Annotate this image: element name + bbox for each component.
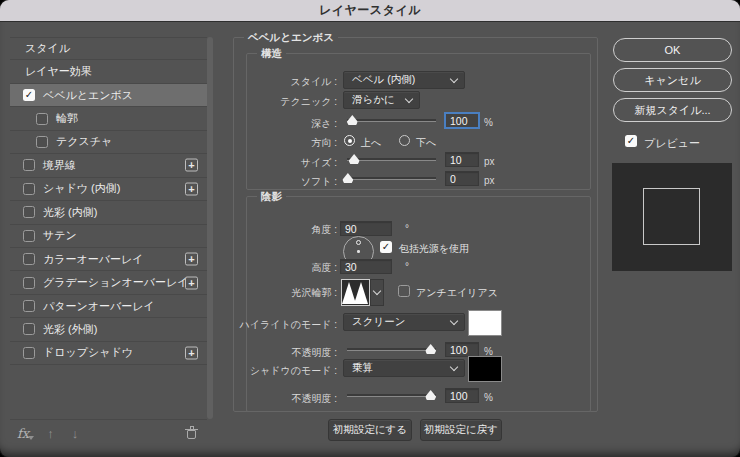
reset-default-label: 初期設定に戻す bbox=[424, 423, 498, 437]
sidebar-item-inner-glow[interactable]: 光彩 (内側) bbox=[10, 201, 207, 224]
checkbox-unchecked-icon[interactable] bbox=[23, 230, 35, 242]
altitude-label: 高度 : bbox=[311, 261, 337, 275]
angle-dial-knob[interactable] bbox=[356, 240, 361, 245]
direction-down-radio[interactable] bbox=[399, 135, 410, 146]
sidebar-item-stroke[interactable]: 境界線 + bbox=[10, 154, 207, 177]
antialias-checkbox[interactable] bbox=[398, 285, 410, 297]
add-effect-button[interactable]: + bbox=[185, 276, 198, 289]
direction-down-label: 下へ bbox=[416, 136, 436, 150]
checkbox-unchecked-icon[interactable] bbox=[23, 253, 35, 265]
set-default-button[interactable]: 初期設定にする bbox=[328, 419, 412, 441]
style-select[interactable]: ベベル (内側) bbox=[343, 71, 465, 89]
checkbox-checked-icon[interactable]: ✓ bbox=[23, 89, 35, 101]
sidebar-item-outer-glow[interactable]: 光彩 (外側) bbox=[10, 318, 207, 341]
technique-select[interactable]: 滑らかに bbox=[343, 91, 420, 109]
sidebar-item-pattern-overlay[interactable]: パターンオーバーレイ bbox=[10, 295, 207, 318]
use-global-light-checkbox[interactable]: ✓ bbox=[380, 241, 392, 253]
gloss-contour-thumbnail[interactable] bbox=[341, 279, 370, 306]
antialias-label: アンチエイリアス bbox=[416, 286, 498, 300]
checkbox-unchecked-icon[interactable] bbox=[36, 113, 48, 125]
contour-curve-icon bbox=[342, 280, 369, 305]
technique-select-value: 滑らかに bbox=[344, 93, 395, 107]
gloss-contour-picker[interactable] bbox=[370, 279, 384, 306]
checkbox-unchecked-icon[interactable] bbox=[23, 347, 35, 359]
highlight-mode-select[interactable]: スクリーン bbox=[343, 313, 465, 331]
depth-slider[interactable] bbox=[347, 115, 436, 126]
highlight-color-swatch[interactable] bbox=[468, 310, 502, 336]
checkbox-unchecked-icon[interactable] bbox=[36, 136, 48, 148]
bevel-emboss-panel: ベベルとエンボス 構造 スタイル : ベベル (内側) テクニック : 滑らかに… bbox=[233, 37, 598, 412]
depth-label: 深さ : bbox=[311, 117, 337, 131]
depth-input[interactable] bbox=[445, 113, 479, 128]
move-effect-down-icon[interactable]: ↓ bbox=[72, 426, 79, 441]
shadow-color-swatch[interactable] bbox=[468, 356, 502, 382]
sidebar-item-texture[interactable]: テクスチャ bbox=[10, 131, 207, 154]
set-default-label: 初期設定にする bbox=[333, 423, 407, 437]
sidebar-item-satin[interactable]: サテン bbox=[10, 225, 207, 248]
shadow-opacity-label: 不透明度 : bbox=[291, 392, 337, 406]
shadow-opacity-input[interactable] bbox=[445, 388, 479, 403]
sidebar-item-bevel-emboss[interactable]: ✓ ベベルとエンボス bbox=[10, 84, 207, 107]
sidebar-item-contour[interactable]: 輪郭 bbox=[10, 107, 207, 130]
altitude-input[interactable] bbox=[340, 259, 392, 274]
highlight-opacity-slider[interactable] bbox=[347, 344, 436, 355]
shadow-mode-select[interactable]: 乗算 bbox=[343, 359, 465, 377]
cancel-button[interactable]: キャンセル bbox=[613, 68, 732, 92]
new-style-button[interactable]: 新規スタイル... bbox=[613, 98, 732, 122]
use-global-light-label: 包括光源を使用 bbox=[399, 242, 469, 256]
reset-default-button[interactable]: 初期設定に戻す bbox=[420, 419, 502, 441]
soften-slider[interactable] bbox=[347, 173, 436, 184]
chevron-down-icon bbox=[373, 287, 381, 295]
highlight-mode-value: スクリーン bbox=[344, 315, 405, 329]
panel-title: ベベルとエンボス bbox=[244, 31, 338, 45]
preview-layer-square bbox=[643, 188, 700, 245]
chevron-down-icon bbox=[450, 316, 458, 324]
size-slider[interactable] bbox=[347, 154, 436, 165]
checkbox-unchecked-icon[interactable] bbox=[23, 206, 35, 218]
titlebar[interactable]: レイヤースタイル bbox=[0, 0, 740, 22]
sidebar-scrollbar[interactable] bbox=[207, 37, 213, 419]
shadow-opacity-unit: % bbox=[484, 392, 493, 403]
add-effect-button[interactable]: + bbox=[185, 346, 198, 359]
soften-label: ソフト : bbox=[301, 175, 337, 189]
checkbox-unchecked-icon[interactable] bbox=[23, 159, 35, 171]
sidebar-item-inner-shadow[interactable]: シャドウ (内側) + bbox=[10, 178, 207, 201]
sidebar-item-drop-shadow[interactable]: ドロップシャドウ + bbox=[10, 342, 207, 365]
sidebar-item-blending-options[interactable]: レイヤー効果 bbox=[10, 60, 207, 83]
add-effect-button[interactable]: + bbox=[185, 253, 198, 266]
highlight-opacity-label: 不透明度 : bbox=[291, 346, 337, 360]
soften-input[interactable] bbox=[445, 171, 479, 186]
shadow-mode-label: シャドウのモード : bbox=[250, 364, 337, 378]
sidebar-item-label: レイヤー効果 bbox=[10, 64, 92, 79]
size-input[interactable] bbox=[445, 152, 479, 167]
checkbox-unchecked-icon[interactable] bbox=[23, 277, 35, 289]
move-effect-up-icon[interactable]: ↑ bbox=[47, 426, 54, 441]
sidebar-item-label: 境界線 bbox=[10, 158, 76, 173]
style-label: スタイル : bbox=[291, 75, 338, 89]
highlight-opacity-input[interactable] bbox=[445, 342, 479, 357]
checkbox-unchecked-icon[interactable] bbox=[23, 183, 35, 195]
sidebar-item-styles[interactable]: スタイル bbox=[10, 37, 207, 60]
angle-input[interactable] bbox=[340, 221, 392, 236]
preview-checkbox[interactable]: ✓ bbox=[625, 135, 637, 147]
direction-label: 方向 : bbox=[311, 136, 337, 150]
checkbox-unchecked-icon[interactable] bbox=[23, 323, 35, 335]
sidebar-item-gradient-overlay[interactable]: グラデーションオーバーレイ + bbox=[10, 271, 207, 294]
angle-unit: ° bbox=[405, 223, 409, 234]
add-effect-button[interactable]: + bbox=[185, 159, 198, 172]
direction-up-radio[interactable] bbox=[344, 135, 355, 146]
fx-menu-icon[interactable]: fx bbox=[17, 426, 29, 441]
sidebar-item-color-overlay[interactable]: カラーオーバーレイ + bbox=[10, 248, 207, 271]
ok-button[interactable]: OK bbox=[613, 38, 732, 62]
depth-unit: % bbox=[484, 117, 493, 128]
angle-label: 角度 : bbox=[311, 223, 337, 237]
layer-style-dialog: レイヤースタイル スタイル レイヤー効果 ✓ ベベルとエンボス 輪郭 テクスチャ… bbox=[0, 0, 740, 457]
ok-label: OK bbox=[665, 44, 681, 56]
checkbox-unchecked-icon[interactable] bbox=[23, 300, 35, 312]
new-style-label: 新規スタイル... bbox=[634, 103, 710, 118]
dialog-title: レイヤースタイル bbox=[319, 2, 421, 19]
size-label: サイズ : bbox=[301, 156, 337, 170]
add-effect-button[interactable]: + bbox=[185, 182, 198, 195]
delete-effect-icon[interactable] bbox=[186, 426, 197, 440]
shadow-opacity-slider[interactable] bbox=[347, 390, 436, 401]
